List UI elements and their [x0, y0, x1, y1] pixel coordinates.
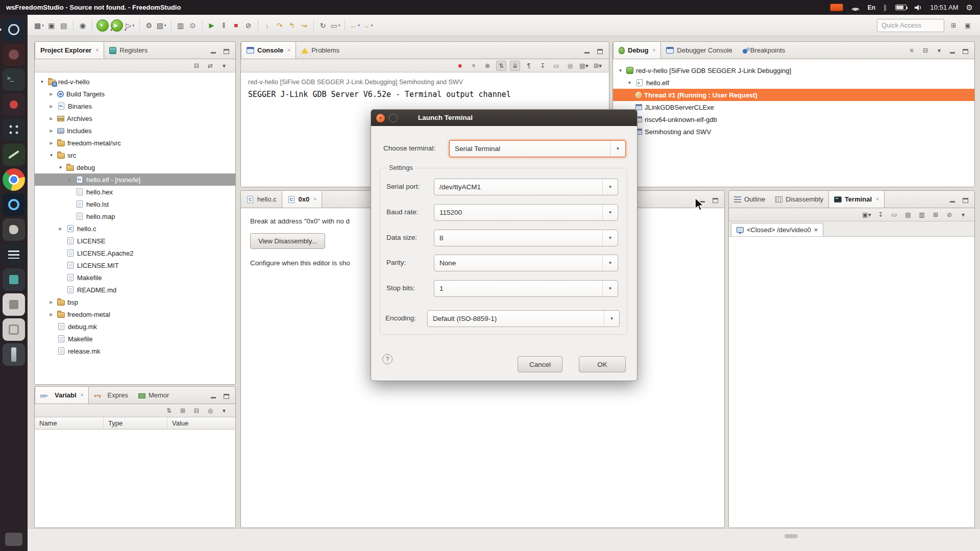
minimize-button[interactable]: [582, 46, 592, 55]
tree-item[interactable]: hello.map: [35, 210, 235, 222]
forward-button[interactable]: →▾: [361, 19, 375, 32]
close-icon[interactable]: ×: [814, 226, 818, 234]
expander-collapsed-icon[interactable]: ▶: [48, 92, 55, 96]
volume-icon[interactable]: [914, 4, 923, 11]
help-button[interactable]: ?: [382, 354, 393, 364]
tree-item[interactable]: ▶bsp: [35, 296, 235, 308]
tree-item-selected[interactable]: ▶hello.elf - [none/le]: [35, 173, 235, 186]
clear-terminal-button[interactable]: ▭: [889, 210, 899, 220]
remove-all-launches-button[interactable]: ⊗: [482, 61, 493, 71]
show-console-stderr-button[interactable]: ⇊: [510, 61, 520, 71]
open-console-button[interactable]: ⊞▾: [593, 61, 603, 71]
open-new-view-button[interactable]: ▭▾: [329, 19, 342, 32]
open-perspective-button[interactable]: ⊞: [948, 20, 959, 31]
terminal-session-tab[interactable]: <Closed> /dev/video0 ×: [731, 223, 823, 236]
view-menu-button[interactable]: ▾: [219, 406, 229, 416]
collapse-all-button[interactable]: ⊟: [920, 45, 930, 56]
close-icon[interactable]: ×: [652, 47, 655, 53]
dialog-titlebar[interactable]: × Launch Terminal: [371, 110, 637, 126]
ok-button[interactable]: OK: [579, 356, 626, 372]
battery-icon[interactable]: [895, 5, 906, 10]
maximize-button[interactable]: [961, 46, 970, 55]
word-wrap-button[interactable]: ¶: [524, 61, 534, 71]
tab-hello-c[interactable]: hello.c: [241, 191, 282, 208]
dock-icon-usb-app[interactable]: [3, 343, 25, 366]
show-console-stdout-button[interactable]: ⇅: [496, 61, 506, 71]
tree-item[interactable]: debug.mk: [35, 320, 235, 333]
dock-icon-blue-circle-app[interactable]: [3, 193, 25, 216]
tree-item[interactable]: ▶Build Targets: [35, 88, 235, 100]
show-type-names-button[interactable]: ⇅: [164, 406, 174, 416]
dock-icon-app-11[interactable]: [3, 268, 25, 291]
dock-icon-app-12[interactable]: [3, 293, 25, 316]
tree-item[interactable]: Makefile: [35, 271, 235, 284]
debug-tree-item-selected[interactable]: Thread #1 (Running : User Request): [613, 89, 974, 101]
clear-console-button[interactable]: ▭: [551, 61, 561, 71]
expander-collapsed-icon[interactable]: ▶: [57, 227, 64, 231]
expander-collapsed-icon[interactable]: ▶: [48, 104, 55, 109]
perspective-button[interactable]: ▣: [963, 20, 973, 31]
tab-expressions[interactable]: Expres: [89, 387, 133, 404]
remove-all-button[interactable]: ⊟: [191, 406, 202, 416]
tree-item[interactable]: hello.lst: [35, 198, 235, 210]
tree-item[interactable]: LICENSE.Apache2: [35, 247, 235, 259]
collapse-all-button[interactable]: ⊟: [191, 61, 202, 71]
close-icon[interactable]: ×: [287, 47, 290, 53]
save-button[interactable]: ▣: [45, 19, 58, 32]
tree-item[interactable]: LICENSE: [35, 235, 235, 247]
run-launch-button[interactable]: ▶▾: [111, 19, 123, 32]
column-name[interactable]: Name: [35, 417, 104, 429]
tree-item[interactable]: release.mk: [35, 345, 235, 357]
scrollbar-thumb[interactable]: [785, 534, 798, 538]
trash-icon[interactable]: [5, 533, 22, 546]
close-icon[interactable]: ×: [876, 196, 879, 202]
step-return-button[interactable]: ↰: [286, 19, 298, 32]
minimize-button[interactable]: [209, 391, 218, 399]
pin-console-button[interactable]: ◎: [565, 61, 575, 71]
maximize-button[interactable]: [595, 46, 604, 55]
baud-rate-combo[interactable]: 115200 ▼: [434, 204, 618, 221]
data-size-combo[interactable]: 8 ▼: [434, 230, 618, 246]
tree-item[interactable]: hello.hex: [35, 186, 235, 198]
gear-icon[interactable]: ⚙: [966, 3, 973, 12]
network-icon[interactable]: [851, 4, 860, 11]
step-into-button[interactable]: ↓: [261, 19, 274, 32]
tab-memory[interactable]: Memor: [133, 387, 174, 404]
tree-item[interactable]: ▶freedom-metal/src: [35, 137, 235, 149]
dock-icon-app-13[interactable]: [3, 318, 25, 341]
suspend-button[interactable]: ‖: [218, 19, 230, 32]
disconnect-button[interactable]: ⊘: [944, 210, 954, 220]
tab-outline[interactable]: Outline: [729, 191, 770, 208]
close-icon[interactable]: ×: [95, 47, 99, 53]
dialog-close-button[interactable]: ×: [376, 113, 385, 123]
tab-variables[interactable]: Variabl ×: [35, 387, 89, 404]
expander-expanded-icon[interactable]: ▼: [48, 153, 55, 158]
view-menu-button[interactable]: ▾: [934, 45, 944, 56]
tab-terminal[interactable]: Terminal ×: [828, 191, 885, 208]
tab-breakpoints[interactable]: Breakpoints: [738, 42, 791, 59]
column-value[interactable]: Value: [167, 417, 235, 429]
parity-combo[interactable]: None ▼: [434, 255, 618, 271]
new-terminal-tab-button[interactable]: ⊞: [930, 210, 941, 220]
debug-tree-item[interactable]: Semihosting and SWV: [613, 126, 974, 138]
view-layout-button[interactable]: ≡: [906, 45, 917, 56]
build-button[interactable]: ⚙: [143, 19, 155, 32]
dock-icon-chrome[interactable]: [3, 168, 25, 191]
split-horizontal-button[interactable]: ▤: [903, 210, 913, 220]
tree-item[interactable]: Makefile: [35, 333, 235, 345]
stop-bits-combo[interactable]: 1 ▼: [434, 280, 618, 297]
debug-tree-item[interactable]: ▼red-v-hello [SiFive GDB SEGGER J-Link D…: [613, 64, 974, 77]
dock-icon-text-editor[interactable]: [3, 143, 25, 166]
tree-item[interactable]: ▶Includes: [35, 124, 235, 137]
dock-icon-freedomstudio[interactable]: [3, 18, 25, 41]
pin-button[interactable]: ◎: [205, 406, 215, 416]
open-terminal-button[interactable]: ▣▾: [862, 210, 872, 220]
close-icon[interactable]: ×: [81, 392, 84, 398]
expander-expanded-icon[interactable]: ▼: [39, 80, 45, 84]
new-c-project-button[interactable]: ▧▾: [155, 19, 168, 32]
debug-tree-item[interactable]: riscv64-unknown-elf-gdb: [613, 113, 974, 126]
expander-collapsed-icon[interactable]: ▶: [48, 116, 55, 121]
expander-collapsed-icon[interactable]: ▶: [48, 300, 55, 305]
dock-icon-calculator[interactable]: [3, 118, 25, 141]
serial-port-combo[interactable]: /dev/ttyACM1 ▼: [434, 179, 618, 195]
